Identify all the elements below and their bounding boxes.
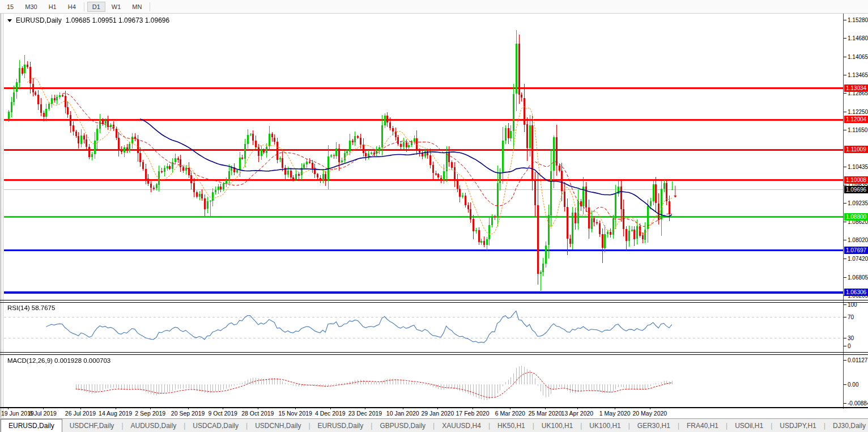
window-left-edge-inner [3,14,3,418]
date-label: 29 Jan 2020 [421,410,454,417]
chart-tab-gbpusd-daily[interactable]: GBPUSD,Daily [372,419,433,432]
timeframe-button-d1[interactable]: D1 [88,2,105,11]
date-tick [510,408,510,409]
chart-tab-uk100-h1[interactable]: UK100,H1 [582,419,628,432]
tick-dash [844,112,846,112]
chart-header: EURUSD,Daily 1.09685 1.09951 1.09673 1.0… [7,16,169,24]
macd-axis-tick: 0.011277 [848,357,868,364]
chart-tab-ger30-h1[interactable]: GER30,H1 [630,419,678,432]
date-label: 9 Oct 2019 [209,410,237,417]
ohlc-readout: 1.09685 1.09951 1.09673 1.09696 [66,16,170,24]
hline-price-tag[interactable]: 1.07697 [844,247,868,254]
price-chart-canvas[interactable] [4,14,843,300]
price-axis-tick: 1.11650 [848,126,868,134]
chart-tab-hk50-h1[interactable]: HK50,H1 [490,419,533,432]
price-axis-tick-label: 1.14065 [848,54,868,60]
hline-price-tag[interactable]: 1.10008 [844,176,868,184]
current-price-tag: 1.09696 [844,186,868,193]
hline-price-tag[interactable]: 1.11009 [844,146,868,153]
date-tick [43,408,44,409]
chart-tab-fra40-h1[interactable]: FRA40,H1 [679,419,726,432]
price-axis-tick-label: 1.10435 [848,164,868,170]
date-label: 1 May 2020 [599,410,631,417]
date-label: 20 May 2020 [633,410,667,417]
hline-price-tag[interactable]: 1.08800 [844,213,868,221]
timeframe-button-h1[interactable]: H1 [44,2,61,11]
date-tick [437,408,438,409]
tick-dash [844,57,846,57]
chart-bottom-border [0,407,868,408]
hline-price-tag[interactable]: 1.06306 [844,289,868,296]
rsi-label: RSI(14) 58.7675 [7,304,55,311]
date-label: 23 Dec 2019 [348,410,382,417]
chart-tab-usdchf-daily[interactable]: USDCHF,Daily [62,419,122,432]
date-tick [8,408,8,409]
price-axis-tick: 1.13465 [848,71,868,79]
date-label: 4 Dec 2019 [315,410,346,417]
date-label: 8 Jul 2019 [29,410,56,417]
chart-tab-usdcad-daily[interactable]: USDCAD,Daily [185,419,246,432]
chart-tab-usoil-h1[interactable]: USOil,H1 [727,419,771,432]
price-axis-separator [843,14,844,409]
macd-label: MACD(12,26,9) 0.001928 0.000703 [7,357,110,364]
tick-dash [844,93,846,94]
date-tick [650,408,650,409]
price-axis-tick: 1.06805 [848,274,868,281]
tick-dash [844,167,846,167]
macd-axis-tick: -0.008845 [848,400,868,407]
tick-dash [844,240,846,240]
macd-axis-tick: 0.00 [848,381,868,388]
date-label: 14 Aug 2019 [99,410,132,417]
date-tick [295,408,296,409]
chart-tab-uk100-h1[interactable]: UK100,H1 [534,419,580,432]
date-label: 17 Feb 2020 [456,410,490,417]
toolbar-separator [150,2,150,11]
date-tick [116,408,116,409]
tick-dash [844,20,846,20]
timeframe-toolbar: 15M30H1H4D1W1MN [0,0,868,14]
price-axis-tick-label: 1.09235 [848,200,868,206]
price-axis-tick-label: 1.14680 [848,35,868,41]
pane-divider[interactable] [0,300,868,300]
chart-tab-eurusd-daily[interactable]: EURUSD,Daily [1,419,62,432]
chart-tab-usdcnh-daily[interactable]: USDCNH,Daily [248,419,308,432]
chart-tab-xauusd-h4[interactable]: XAUUSD,H4 [435,419,488,432]
tick-dash [844,75,846,75]
timeframe-button-mn[interactable]: MN [127,2,146,11]
date-label: 28 Oct 2019 [241,410,274,417]
chart-tab-dj30-daily[interactable]: DJ30,Daily [826,419,868,432]
rsi-axis-tick: 30 [848,334,868,342]
price-axis-tick: 1.14065 [848,53,868,61]
pane-divider[interactable] [0,352,868,353]
symbol-dropdown-icon[interactable] [7,19,12,22]
rsi-axis-tick: 100 [848,301,868,308]
date-tick [80,408,81,409]
chart-tab-usdjpy-h1[interactable]: USDJPY,H1 [772,419,823,432]
price-axis-tick: 1.08020 [848,236,868,244]
date-label: 2 Sep 2019 [135,410,165,417]
date-label: 25 Mar 2020 [529,410,562,417]
price-axis-tick: 1.12250 [848,108,868,116]
price-axis-tick: 1.14680 [848,35,868,42]
price-axis-tick: 1.09235 [848,200,868,207]
price-axis-tick-label: 1.11650 [848,127,867,133]
hline-price-tag[interactable]: 1.13034 [844,84,868,92]
timeframe-button-h4[interactable]: H4 [63,2,80,11]
timeframe-button-15[interactable]: 15 [2,2,18,11]
date-tick [577,408,578,409]
date-label: 26 Jul 2019 [65,410,96,417]
price-axis-tick-label: 1.06805 [848,274,868,281]
chart-tab-eurusd-daily[interactable]: EURUSD,Daily [310,419,371,432]
tick-dash [844,203,846,204]
rsi-pane-canvas[interactable] [4,303,843,352]
date-label: 20 Sep 2019 [171,410,205,417]
hline-price-tag[interactable]: 1.12004 [844,116,868,123]
date-tick [150,408,151,409]
tick-dash [844,38,846,39]
chart-tab-audusd-daily[interactable]: AUDUSD,Daily [124,419,184,432]
price-axis-tick: 1.07420 [848,255,868,262]
date-label: 6 Mar 2020 [495,410,525,417]
timeframe-button-w1[interactable]: W1 [107,2,126,11]
macd-pane-canvas[interactable] [4,355,843,407]
timeframe-button-m30[interactable]: M30 [20,2,41,11]
